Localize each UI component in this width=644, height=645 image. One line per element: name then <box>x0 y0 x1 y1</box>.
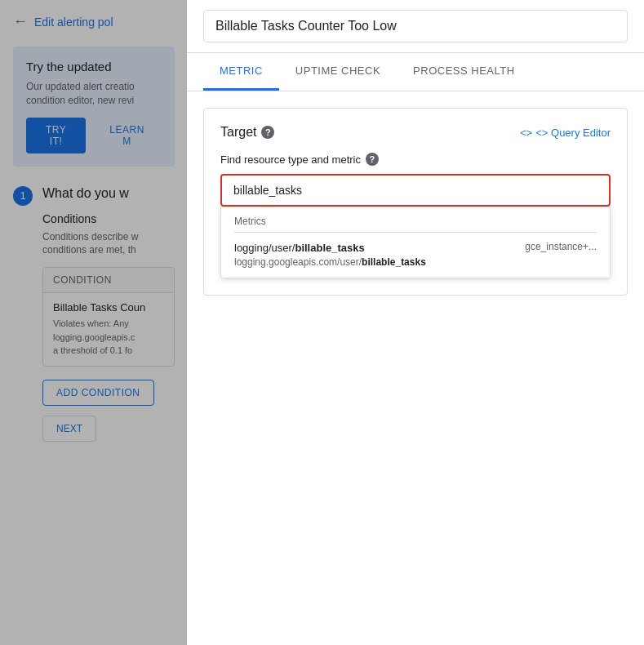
target-header: Target ? <> <> Query Editor <box>220 125 611 140</box>
metric-search-wrapper <box>220 174 611 207</box>
metric-search-input[interactable] <box>220 174 611 207</box>
modal-panel: METRIC UPTIME CHECK PROCESS HEALTH Targe… <box>187 0 644 645</box>
tab-metric[interactable]: METRIC <box>203 53 279 91</box>
find-resource-text: Find resource type and metric <box>220 153 361 166</box>
modal-tabs: METRIC UPTIME CHECK PROCESS HEALTH <box>187 53 644 91</box>
dropdown-item-right: gce_instance+... <box>525 241 597 252</box>
alert-title-input[interactable] <box>203 10 628 42</box>
dropdown-item-sub: logging.googleapis.com/user/billable_tas… <box>234 256 518 269</box>
query-editor-label: <> Query Editor <box>535 127 611 139</box>
tab-uptime-check[interactable]: UPTIME CHECK <box>279 53 397 91</box>
modal-title-bar <box>187 0 644 53</box>
metric-dropdown: Metrics logging/user/billable_tasks logg… <box>220 207 611 278</box>
target-title-text: Target <box>220 125 256 140</box>
query-editor-icon: <> <box>520 127 532 139</box>
target-title: Target ? <box>220 125 274 140</box>
dropdown-item[interactable]: logging/user/billable_tasks logging.goog… <box>221 233 610 278</box>
target-help-icon[interactable]: ? <box>261 126 274 139</box>
find-resource-label: Find resource type and metric ? <box>220 153 611 166</box>
target-section: Target ? <> <> Query Editor Find resourc… <box>203 108 628 296</box>
dropdown-item-main: logging/user/billable_tasks <box>234 241 518 256</box>
find-resource-help-icon[interactable]: ? <box>366 153 379 166</box>
dropdown-item-left: logging/user/billable_tasks logging.goog… <box>234 241 518 269</box>
modal-body: Target ? <> <> Query Editor Find resourc… <box>187 91 644 645</box>
tab-process-health[interactable]: PROCESS HEALTH <box>397 53 531 91</box>
dropdown-section-label: Metrics <box>221 207 610 232</box>
query-editor-link[interactable]: <> <> Query Editor <box>520 127 611 139</box>
